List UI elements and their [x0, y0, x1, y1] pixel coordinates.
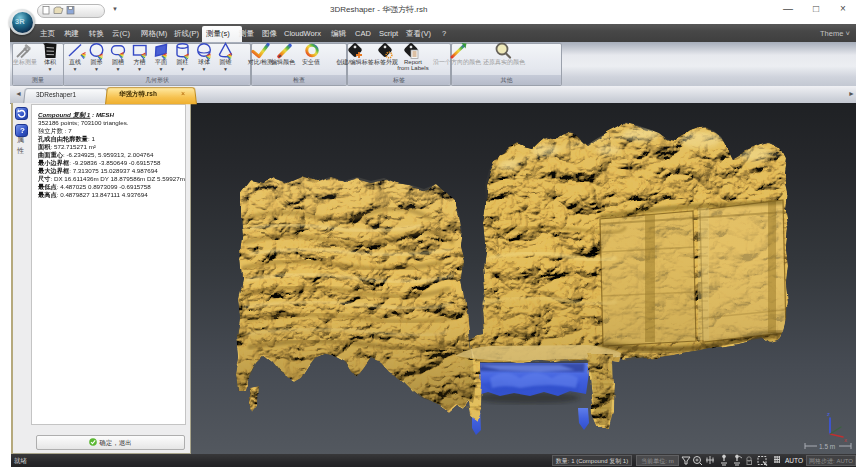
svg-text:z: z [827, 411, 830, 417]
svg-text:x: x [844, 437, 847, 443]
svg-text:1.5 m: 1.5 m [819, 443, 835, 450]
